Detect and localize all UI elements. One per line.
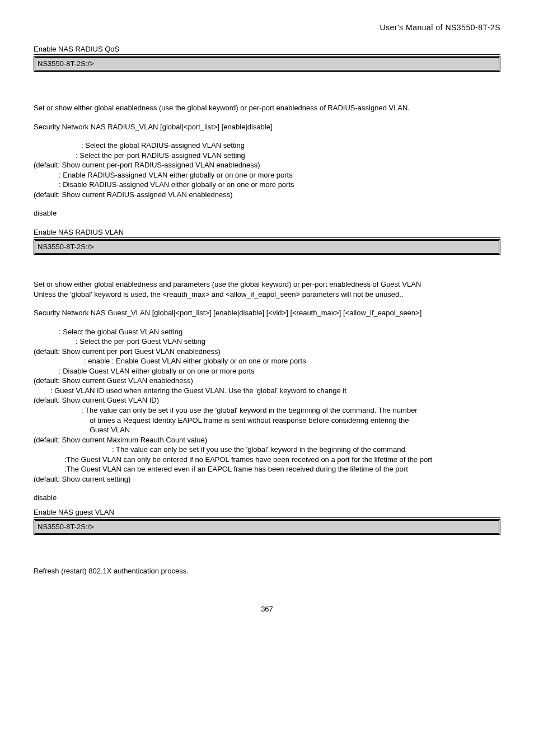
param-gv-9b: of times a Request Identity EAPOL frame … [34,416,500,426]
desc-guest-1: Set or show either global enabledness an… [34,279,500,290]
param-gv-6: (default: Show current Guest VLAN enable… [34,376,500,386]
param-gv-9a: : The value can only be set if you use t… [34,405,500,416]
param-gv-10: (default: Show current Maximum Reauth Co… [34,435,500,445]
desc-auth: Refresh (restart) 802.1X authentication … [34,566,500,576]
param-gv-9c: Guest VLAN [34,425,500,435]
page-header: User's Manual of NS3550-8T-2S [34,22,500,33]
param-rv-1: : Select the global RADIUS-assigned VLAN… [34,141,500,151]
param-rv-5: : Disable RADIUS-assigned VLAN either gl… [34,180,500,190]
syntax-guest: Security Network NAS Guest_VLAN [global|… [34,308,500,318]
example-intro-2: Enable NAS RADIUS VLAN [34,227,500,239]
example-intro-1: Enable NAS RADIUS QoS [34,44,500,55]
param-rv-6: (default: Show current RADIUS-assigned V… [34,190,500,200]
param-gv-8: (default: Show current Guest VLAN ID) [34,395,500,405]
param-gv-5: : Disable Guest VLAN either globally or … [34,366,500,376]
command-box-3: NS3550-8T-2S:/> [34,519,500,535]
param-gv-11c: :The Guest VLAN can be entered even if a… [34,464,500,474]
param-rv-2: : Select the per-port RADIUS-assigned VL… [34,151,500,161]
param-gv-2: : Select the per-port Guest VLAN setting [34,337,500,347]
example-intro-3: Enable NAS guest VLAN [34,507,500,519]
page-number: 367 [34,604,500,614]
param-rv-3: (default: Show current per-port RADIUS-a… [34,160,500,170]
desc-radius-vlan: Set or show either global enabledness (u… [34,103,500,113]
param-gv-12: (default: Show current setting) [34,474,500,484]
desc-guest-2: Unless the 'global' keyword is used, the… [34,290,500,300]
param-gv-11a: : The value can only be set if you use t… [34,445,500,455]
default-rv: disable [34,208,500,218]
param-gv-11b: :The Guest VLAN can only be entered if n… [34,455,500,465]
param-rv-4: : Enable RADIUS-assigned VLAN either glo… [34,170,500,180]
param-gv-1: : Select the global Guest VLAN setting [34,327,500,337]
param-gv-7: : Guest VLAN ID used when entering the G… [34,386,500,396]
param-gv-4: : enable : Enable Guest VLAN either glob… [34,356,500,366]
param-gv-3: (default: Show current per-port Guest VL… [34,347,500,357]
default-gv: disable [34,493,500,503]
command-box-1: NS3550-8T-2S:/> [34,56,500,72]
syntax-radius-vlan: Security Network NAS RADIUS_VLAN [global… [34,122,500,132]
command-box-2: NS3550-8T-2S:/> [34,239,500,255]
